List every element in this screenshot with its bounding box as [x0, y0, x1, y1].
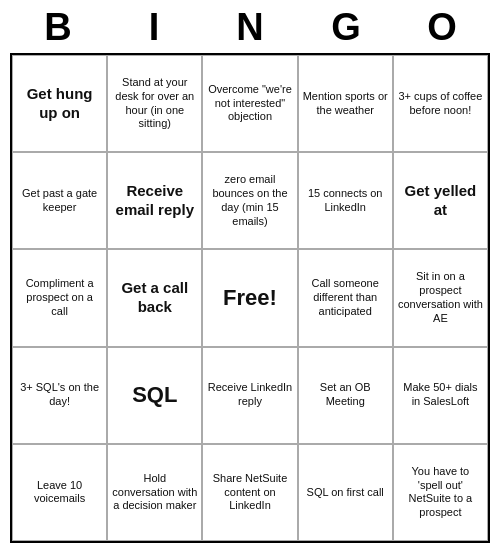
- bingo-cell-24[interactable]: You have to 'spell out' NetSuite to a pr…: [393, 444, 488, 541]
- bingo-cell-23[interactable]: SQL on first call: [298, 444, 393, 541]
- bingo-cell-17[interactable]: Receive LinkedIn reply: [202, 347, 297, 444]
- bingo-cell-21[interactable]: Hold conversation with a decision maker: [107, 444, 202, 541]
- bingo-cell-16[interactable]: SQL: [107, 347, 202, 444]
- letter-n: N: [206, 6, 294, 49]
- bingo-cell-22[interactable]: Share NetSuite content on LinkedIn: [202, 444, 297, 541]
- bingo-cell-7[interactable]: zero email bounces on the day (min 15 em…: [202, 152, 297, 249]
- bingo-cell-3[interactable]: Mention sports or the weather: [298, 55, 393, 152]
- bingo-cell-4[interactable]: 3+ cups of coffee before noon!: [393, 55, 488, 152]
- bingo-cell-10[interactable]: Compliment a prospect on a call: [12, 249, 107, 346]
- bingo-grid: Get hung up onStand at your desk for ove…: [10, 53, 490, 543]
- bingo-title: B I N G O: [10, 0, 490, 53]
- letter-i: I: [110, 6, 198, 49]
- letter-o: O: [398, 6, 486, 49]
- letter-b: B: [14, 6, 102, 49]
- bingo-cell-14[interactable]: Sit in on a prospect conversation with A…: [393, 249, 488, 346]
- bingo-cell-13[interactable]: Call someone different than anticipated: [298, 249, 393, 346]
- bingo-cell-15[interactable]: 3+ SQL's on the day!: [12, 347, 107, 444]
- bingo-cell-1[interactable]: Stand at your desk for over an hour (in …: [107, 55, 202, 152]
- bingo-cell-9[interactable]: Get yelled at: [393, 152, 488, 249]
- bingo-cell-19[interactable]: Make 50+ dials in SalesLoft: [393, 347, 488, 444]
- bingo-cell-12[interactable]: Free!: [202, 249, 297, 346]
- bingo-cell-18[interactable]: Set an OB Meeting: [298, 347, 393, 444]
- bingo-cell-8[interactable]: 15 connects on LinkedIn: [298, 152, 393, 249]
- bingo-cell-5[interactable]: Get past a gate keeper: [12, 152, 107, 249]
- bingo-cell-0[interactable]: Get hung up on: [12, 55, 107, 152]
- bingo-cell-20[interactable]: Leave 10 voicemails: [12, 444, 107, 541]
- bingo-cell-2[interactable]: Overcome "we're not interested" objectio…: [202, 55, 297, 152]
- bingo-cell-6[interactable]: Receive email reply: [107, 152, 202, 249]
- bingo-cell-11[interactable]: Get a call back: [107, 249, 202, 346]
- letter-g: G: [302, 6, 390, 49]
